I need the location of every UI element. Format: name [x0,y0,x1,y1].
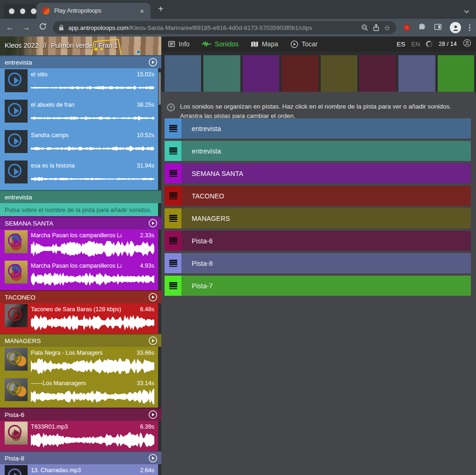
clip-play-icon[interactable] [8,73,22,86]
dark-square-thumbnail[interactable] [5,100,28,123]
track-name[interactable]: Pista-8 [5,455,24,462]
drag-handle[interactable] [165,208,181,228]
track-row[interactable]: Pista-8 [165,253,471,273]
clip-play-icon[interactable] [8,425,22,438]
track-play-icon[interactable] [148,219,158,228]
track-color-swatch[interactable] [281,55,318,92]
drag-handle[interactable] [165,186,181,206]
clip-play-icon[interactable] [8,381,22,395]
track-name[interactable]: Pista-6 [5,411,24,418]
track-play-icon[interactable] [148,58,158,67]
track-section-header[interactable]: Pista-8 [0,451,161,464]
drag-handle[interactable] [165,231,181,251]
back-button[interactable]: ← [5,23,15,32]
forward-button[interactable]: → [21,23,31,32]
track-name[interactable]: SEMANA SANTA [5,220,53,227]
track-section-header[interactable]: Pista-6 [0,408,161,421]
nav-info[interactable]: Info [168,40,189,48]
reload-button[interactable] [37,22,48,33]
clip-item[interactable]: 13. Charradas.mp32.64s [0,464,158,475]
audio-waveform[interactable] [31,431,154,449]
clip-item[interactable]: el abuelo de fran38.25s [0,99,158,129]
recording-extension-icon[interactable] [404,24,410,31]
track-row-bar[interactable]: Pista-7 [181,276,471,296]
clip-item[interactable]: T633R01.mp36.39s [0,421,158,451]
browser-tab[interactable]: Play Antropoloops × [36,3,151,19]
audio-waveform[interactable] [31,358,154,375]
address-bar[interactable]: app.antropoloops.com/Kleos-Santa-Marina/… [53,21,396,34]
nav-sonidos[interactable]: Sonidos [202,40,238,48]
language-en-button[interactable]: EN [411,41,420,48]
track-row[interactable]: MANAGERS [165,208,471,228]
share-icon[interactable] [373,24,380,31]
close-window-icon[interactable] [9,8,14,14]
bookmark-star-icon[interactable]: ☆ [384,23,390,32]
track-name[interactable]: TACONEO [5,294,36,301]
track-color-swatch[interactable] [203,55,240,92]
audio-waveform[interactable] [31,170,154,188]
extensions-puzzle-icon[interactable] [418,23,426,33]
band-photo-thumbnail[interactable] [5,348,28,371]
track-row-bar[interactable]: entrevista [181,118,471,139]
tab-search-chevron-icon[interactable] [464,7,469,15]
track-row[interactable]: entrevista [165,141,471,161]
track-color-swatch[interactable] [360,55,396,92]
dark-square-thumbnail[interactable] [5,69,28,92]
clip-item[interactable]: el sitio15.02s [0,68,158,99]
arch-photo-thumbnail[interactable] [5,422,28,445]
track-play-icon[interactable] [148,453,158,463]
track-section-header[interactable]: entrevista [0,190,161,203]
clip-play-icon[interactable] [8,307,22,321]
audio-waveform[interactable] [31,270,154,288]
maximize-window-icon[interactable] [31,8,36,14]
nav-tocar[interactable]: Tocar [290,40,317,48]
track-color-swatch[interactable] [398,55,435,92]
drag-handle[interactable] [165,141,181,161]
clip-play-icon[interactable] [8,264,22,278]
track-section-header[interactable]: TACONEO [0,290,161,303]
clip-play-icon[interactable] [8,351,22,365]
browser-menu-icon[interactable] [469,24,470,31]
minimize-window-icon[interactable] [20,8,26,14]
track-play-icon[interactable] [148,336,158,345]
track-color-swatch[interactable] [321,55,357,92]
drag-handle[interactable] [165,253,181,273]
audio-waveform[interactable] [31,314,154,331]
track-row[interactable]: entrevista [165,118,471,139]
clip-item[interactable]: Marcha Pasan los campanilleros Las Mejor… [0,229,158,260]
track-row[interactable]: SEMANA SANTA [165,163,471,183]
track-row[interactable]: Pista-7 [165,276,471,296]
track-name[interactable]: entrevista [5,59,32,66]
clip-item[interactable]: Sandra camps10.52s [0,129,158,160]
virgen-image-thumbnail[interactable] [5,261,28,284]
track-row-bar[interactable]: Pista-6 [181,231,471,251]
clip-play-icon[interactable] [8,133,22,147]
url-text[interactable]: app.antropoloops.com/Kleos-Santa-Marina/… [68,24,357,31]
virgen-image-thumbnail[interactable] [5,230,28,253]
track-play-icon[interactable] [148,410,158,419]
track-name[interactable]: entrevista [5,194,32,201]
clip-item[interactable]: Marcha Pasan los campanilleros Las Mejor… [0,260,158,290]
track-section-header[interactable]: SEMANA SANTA [0,216,161,229]
tab-close-icon[interactable]: × [139,7,145,15]
clip-item[interactable]: Pata Negra - Los Managers33.66s [0,347,158,377]
account-icon[interactable] [463,39,471,49]
zoom-icon[interactable] [361,24,368,31]
clip-play-icon[interactable] [8,164,22,177]
clip-play-icon[interactable] [8,234,22,247]
clip-play-icon[interactable] [8,103,22,117]
clip-item[interactable]: Taconeo de Sara Baras (128 kbps).mp36.48… [0,303,158,334]
track-row[interactable]: Pista-6 [165,231,471,251]
track-row-bar[interactable]: entrevista [181,141,471,161]
track-name[interactable]: MANAGERS [5,337,41,344]
breadcrumb-project[interactable]: Kleos 2022 [5,42,39,49]
track-play-icon[interactable] [148,292,158,302]
dark-square-thumbnail[interactable] [5,161,28,183]
track-row[interactable]: TACONEO [165,186,471,206]
drag-handle[interactable] [165,163,181,183]
track-color-swatch[interactable] [165,55,201,92]
band-photo-thumbnail[interactable] [5,378,28,401]
track-row-bar[interactable]: Pista-8 [181,253,471,273]
clip-item[interactable]: esa es la historia31.94s [0,160,158,190]
track-row-bar[interactable]: SEMANA SANTA [181,163,471,183]
